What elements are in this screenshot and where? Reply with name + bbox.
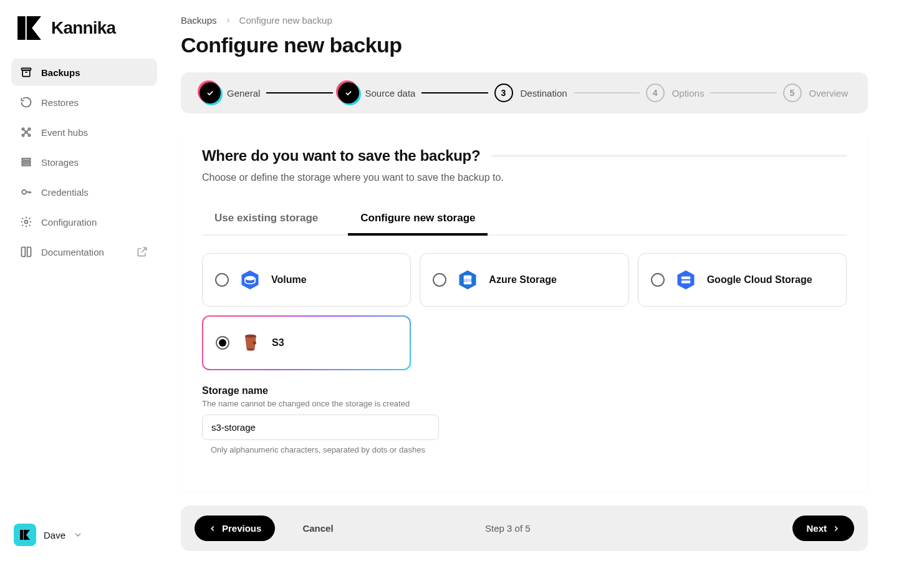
storage-option-s3[interactable]: S3 xyxy=(202,315,411,370)
gcs-icon xyxy=(675,269,697,291)
brand-mark-icon xyxy=(16,15,42,41)
svg-text:1010: 1010 xyxy=(463,278,473,282)
step-options[interactable]: 4 Options xyxy=(646,84,705,102)
step-label: Destination xyxy=(521,88,567,98)
svg-rect-28 xyxy=(681,277,690,280)
step-destination[interactable]: 3 Destination xyxy=(494,84,567,102)
nav-label: Restores xyxy=(41,97,79,108)
svg-rect-14 xyxy=(22,161,30,163)
sidebar-item-documentation[interactable]: Documentation xyxy=(11,238,157,266)
main-content: Backups Configure new backup Configure n… xyxy=(168,0,924,566)
svg-point-8 xyxy=(25,131,27,133)
field-constraint: Only alphanumeric characters, separated … xyxy=(211,445,439,454)
panel-subtitle: Choose or define the storage where you w… xyxy=(202,172,847,183)
svg-rect-29 xyxy=(681,281,690,284)
svg-line-11 xyxy=(24,133,26,135)
button-label: Cancel xyxy=(302,523,333,534)
nav-label: Storages xyxy=(41,157,79,168)
sidebar-item-backups[interactable]: Backups xyxy=(11,59,157,86)
radio-icon xyxy=(215,273,229,287)
brand-logo[interactable]: Kannika xyxy=(11,15,157,41)
previous-button[interactable]: Previous xyxy=(195,516,275,541)
sidebar-item-event-hubs[interactable]: Event hubs xyxy=(11,118,157,146)
button-label: Previous xyxy=(222,523,261,534)
gear-icon xyxy=(20,216,32,228)
check-icon xyxy=(201,84,219,102)
volume-icon xyxy=(239,269,261,291)
page-title: Configure new backup xyxy=(181,33,868,57)
wizard-footer: Previous Cancel Step 3 of 5 Next xyxy=(181,506,868,551)
sidebar-item-configuration[interactable]: Configuration xyxy=(11,208,157,236)
stack-icon xyxy=(20,156,32,168)
destination-panel: Where do you want to save the backup? Ch… xyxy=(181,127,868,492)
storage-option-gcs[interactable]: Google Cloud Storage xyxy=(638,253,847,307)
sidebar: Kannika Backups Restores Event hubs Stor… xyxy=(0,0,168,566)
external-link-icon xyxy=(136,246,148,258)
chevron-left-icon xyxy=(208,524,217,533)
sidebar-item-credentials[interactable]: Credentials xyxy=(11,178,157,206)
nav-label: Documentation xyxy=(41,247,104,257)
step-number: 5 xyxy=(783,84,802,102)
storage-tabs: Use existing storage Configure new stora… xyxy=(202,206,847,236)
storage-label: S3 xyxy=(272,337,284,348)
breadcrumb-current: Configure new backup xyxy=(239,15,332,26)
chevron-right-icon xyxy=(224,17,232,24)
svg-rect-15 xyxy=(22,164,30,166)
breadcrumb: Backups Configure new backup xyxy=(181,15,868,26)
svg-point-7 xyxy=(28,134,30,136)
user-name: Dave xyxy=(44,530,65,540)
radio-icon xyxy=(216,336,229,350)
avatar xyxy=(14,524,36,546)
user-menu[interactable]: Dave xyxy=(11,519,157,551)
book-icon xyxy=(20,246,32,258)
svg-rect-21 xyxy=(20,530,23,540)
title-divider xyxy=(491,155,847,157)
storage-name-field: Storage name The name cannot be changed … xyxy=(202,385,439,454)
progress-stepper: General Source data 3 Destination 4 Opti… xyxy=(181,72,868,113)
step-connector xyxy=(574,92,640,94)
storage-option-azure[interactable]: 1010 Azure Storage xyxy=(420,253,628,307)
chevron-down-icon xyxy=(73,530,83,540)
breadcrumb-root[interactable]: Backups xyxy=(181,15,217,26)
step-general[interactable]: General xyxy=(201,84,260,102)
step-label: Options xyxy=(672,88,705,98)
tab-configure-new-storage[interactable]: Configure new storage xyxy=(348,207,488,236)
radio-icon xyxy=(433,273,446,287)
storage-label: Azure Storage xyxy=(489,274,556,285)
cancel-button[interactable]: Cancel xyxy=(289,516,347,541)
next-button[interactable]: Next xyxy=(792,516,854,541)
svg-point-4 xyxy=(22,128,24,130)
storage-type-grid: Volume 1010 Azure Storage Google Cloud S… xyxy=(202,253,847,307)
panel-title: Where do you want to save the backup? xyxy=(202,147,480,165)
step-connector xyxy=(421,92,488,94)
nav-label: Configuration xyxy=(41,217,97,228)
svg-rect-2 xyxy=(22,70,30,77)
svg-point-16 xyxy=(22,190,26,194)
step-label: Overview xyxy=(809,88,849,98)
nav-label: Backups xyxy=(41,67,80,78)
step-source-data[interactable]: Source data xyxy=(339,84,416,102)
svg-point-5 xyxy=(28,128,30,130)
step-connector xyxy=(710,92,776,94)
azure-icon: 1010 xyxy=(456,269,479,291)
step-label: Source data xyxy=(365,88,416,98)
tab-existing-storage[interactable]: Use existing storage xyxy=(202,207,330,236)
svg-point-6 xyxy=(22,134,24,136)
svg-line-9 xyxy=(24,130,26,132)
sidebar-item-storages[interactable]: Storages xyxy=(11,148,157,176)
storage-name-input[interactable] xyxy=(202,415,439,440)
brand-name: Kannika xyxy=(51,18,115,38)
storage-option-volume[interactable]: Volume xyxy=(202,253,411,307)
svg-line-10 xyxy=(27,130,29,132)
sidebar-item-restores[interactable]: Restores xyxy=(11,89,157,116)
svg-rect-13 xyxy=(22,158,30,160)
field-help: The name cannot be changed once the stor… xyxy=(202,399,439,408)
key-icon xyxy=(20,186,32,198)
storage-label: Google Cloud Storage xyxy=(707,274,812,285)
sidebar-nav: Backups Restores Event hubs Storages Cre… xyxy=(11,59,157,266)
field-label: Storage name xyxy=(202,385,439,396)
nav-label: Credentials xyxy=(41,187,89,198)
step-connector xyxy=(266,92,332,94)
s3-icon xyxy=(239,332,262,354)
step-overview[interactable]: 5 Overview xyxy=(783,84,849,102)
